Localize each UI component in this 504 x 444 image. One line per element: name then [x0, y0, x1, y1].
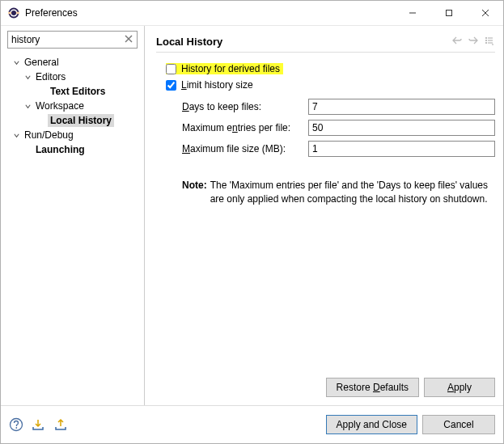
app-icon: [7, 6, 20, 19]
cancel-button[interactable]: Cancel: [422, 415, 495, 434]
preferences-window: Preferences General E: [0, 0, 504, 444]
svg-rect-6: [446, 11, 451, 16]
chevron-down-icon[interactable]: [11, 132, 22, 139]
tree-item-run-debug[interactable]: Run/Debug: [7, 128, 141, 142]
svg-point-18: [15, 427, 17, 429]
max-entries-input[interactable]: [308, 120, 495, 136]
titlebar: Preferences: [1, 1, 503, 26]
tree-item-workspace[interactable]: Workspace: [7, 99, 141, 113]
tree-label: General: [22, 56, 61, 69]
tree-label: Launching: [33, 143, 87, 156]
chevron-down-icon[interactable]: [22, 74, 33, 81]
tree-label: Editors: [33, 70, 68, 83]
page-title: Local History: [156, 36, 451, 48]
svg-point-4: [11, 11, 16, 15]
limit-history-label: Limit history size: [181, 79, 253, 91]
restore-defaults-button[interactable]: Restore Defaults: [326, 378, 419, 397]
window-title: Preferences: [25, 7, 394, 19]
days-to-keep-input[interactable]: [308, 99, 495, 115]
forward-icon[interactable]: [468, 36, 479, 48]
dialog-footer: Apply and Close Cancel: [1, 405, 503, 443]
export-icon[interactable]: [54, 417, 69, 432]
filter-input[interactable]: [7, 31, 138, 49]
tree-item-text-editors[interactable]: Text Editors: [7, 84, 141, 99]
chevron-down-icon[interactable]: [22, 103, 33, 110]
minimize-button[interactable]: [394, 2, 430, 25]
tree-label: Text Editors: [48, 85, 108, 98]
tree-item-local-history[interactable]: Local History: [7, 113, 141, 128]
tree-label: Run/Debug: [22, 129, 76, 142]
tree-label: Local History: [48, 114, 114, 127]
history-derived-label: History for derived files: [181, 63, 280, 74]
tree-label: Workspace: [33, 99, 87, 112]
tree-item-launching[interactable]: Launching: [7, 142, 141, 157]
content-panel: Local History History for derived files: [145, 26, 503, 405]
back-icon[interactable]: [451, 36, 463, 48]
days-to-keep-label: Days to keep files:: [182, 101, 302, 112]
note-text: Note: The 'Maximum entries per file' and…: [166, 179, 495, 206]
svg-point-12: [485, 40, 487, 41]
maximize-button[interactable]: [430, 2, 467, 25]
apply-close-button[interactable]: Apply and Close: [326, 415, 417, 434]
limit-history-checkbox[interactable]: [166, 80, 176, 91]
svg-point-13: [485, 42, 487, 44]
apply-button[interactable]: Apply: [424, 378, 495, 397]
max-size-label: Maximum file size (MB):: [182, 143, 302, 154]
tree-item-general[interactable]: General: [7, 55, 141, 70]
chevron-down-icon[interactable]: [11, 59, 22, 66]
preferences-tree[interactable]: General Editors Text Editors Workspace L…: [7, 53, 141, 402]
clear-filter-icon[interactable]: [123, 33, 134, 44]
filter-tree-panel: General Editors Text Editors Workspace L…: [1, 26, 145, 405]
tree-item-editors[interactable]: Editors: [7, 70, 141, 84]
max-size-input[interactable]: [308, 141, 495, 157]
import-icon[interactable]: [32, 417, 46, 432]
max-entries-label: Maximum entries per file:: [182, 122, 302, 133]
svg-point-11: [485, 37, 487, 39]
help-icon[interactable]: [9, 417, 23, 432]
svg-point-17: [11, 419, 23, 431]
menu-icon[interactable]: [484, 36, 495, 48]
history-derived-checkbox[interactable]: [166, 64, 176, 74]
close-button[interactable]: [467, 2, 503, 25]
